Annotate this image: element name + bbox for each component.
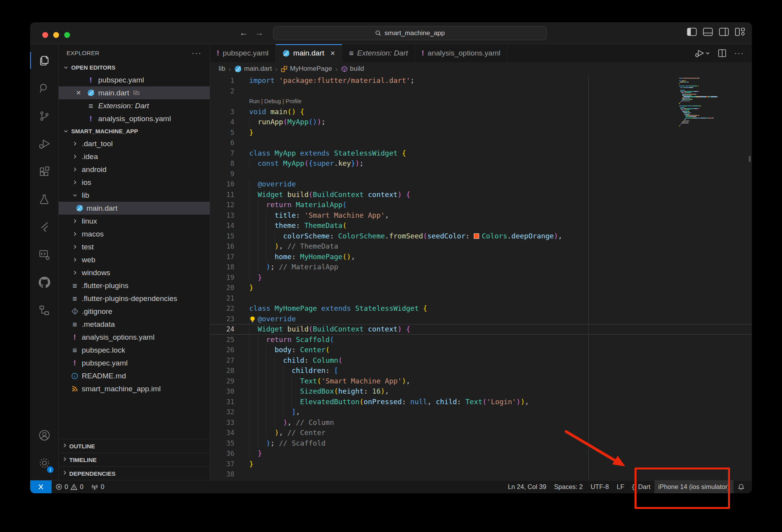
breadcrumb-item-lib[interactable]: lib [219, 65, 225, 73]
line-number[interactable]: 11 [210, 190, 234, 200]
line-number[interactable]: 35 [210, 438, 234, 449]
line-number[interactable]: 34 [210, 428, 234, 438]
tab-analysis_options.yaml[interactable]: !analysis_options.yaml [415, 44, 507, 62]
tree-file-main.dart[interactable]: main.dart [59, 202, 210, 215]
code-line-34[interactable]: 34 ), // Center [210, 428, 752, 438]
activity-item-github[interactable] [30, 269, 58, 296]
line-number[interactable]: 22 [210, 303, 234, 314]
code-line-5[interactable]: 5} [210, 127, 752, 138]
line-number[interactable]: 2 [210, 86, 234, 97]
tab-main.dart[interactable]: main.dart✕ [276, 44, 343, 62]
line-number[interactable]: 5 [210, 127, 234, 138]
code-line-37[interactable]: 37} [210, 459, 752, 469]
tab-pubspec.yaml[interactable]: !pubspec.yaml [210, 44, 276, 62]
line-number[interactable]: 7 [210, 148, 234, 159]
code-line-3[interactable]: 3void main() { [210, 107, 752, 117]
activity-item-explorer[interactable] [30, 47, 58, 74]
line-number[interactable]: 17 [210, 252, 234, 262]
code-line-13[interactable]: 13 title: 'Smart Machine App', [210, 210, 752, 221]
code-line-26[interactable]: 26 body: Center( [210, 345, 752, 355]
device-status[interactable]: iPhone 14 (ios simulator) [654, 480, 734, 493]
line-number[interactable]: 33 [210, 417, 234, 428]
line-number[interactable]: 8 [210, 158, 234, 169]
close-editor-icon[interactable]: ✕ [76, 89, 86, 97]
activity-item-run-debug[interactable] [30, 130, 58, 158]
code-line-16[interactable]: 16 ), // ThemeData [210, 241, 752, 252]
line-number[interactable]: 25 [210, 335, 234, 345]
code-line-17[interactable]: 17 home: MyHomePage(), [210, 252, 752, 262]
macos-minimize-button[interactable] [53, 32, 59, 38]
code-line-24[interactable]: 24 Widget build(BuildContext context) { [210, 324, 752, 335]
code-line-18[interactable]: 18 ); // MaterialApp [210, 262, 752, 272]
tree-file-analysis_options.yaml[interactable]: !analysis_options.yaml [59, 331, 210, 344]
open-editor-analysis_options.yaml[interactable]: !analysis_options.yaml [59, 112, 210, 125]
problems-status[interactable]: 0 0 [52, 480, 87, 493]
explorer-actions-icon[interactable]: ··· [192, 48, 202, 57]
code-line-10[interactable]: 10 @override [210, 179, 752, 190]
code-line-30[interactable]: 30 SizedBox(height: 16), [210, 386, 752, 397]
code-line-11[interactable]: 11 Widget build(BuildContext context) { [210, 190, 752, 200]
code-line-35[interactable]: 35 ); // Scaffold [210, 438, 752, 449]
activity-item-settings[interactable]: 1 [30, 449, 58, 477]
breadcrumb-item-build[interactable]: build [341, 65, 364, 73]
open-editors-header[interactable]: OPEN EDITORS [59, 61, 210, 73]
line-number[interactable]: 1 [210, 75, 234, 86]
close-tab-icon[interactable]: ✕ [330, 50, 335, 57]
line-number[interactable]: 16 [210, 241, 234, 252]
codelens-run-debug-profile[interactable]: Run | Debug | Profile [210, 96, 752, 107]
line-number[interactable]: 21 [210, 293, 234, 304]
code-line-28[interactable]: 28 children: [ [210, 365, 752, 376]
cursor-position[interactable]: Ln 24, Col 39 [504, 480, 550, 493]
tree-file-pubspec.yaml[interactable]: !pubspec.yaml [59, 356, 210, 369]
line-number[interactable]: 9 [210, 169, 234, 179]
code-line-19[interactable]: 19 } [210, 272, 752, 283]
code-editor[interactable]: 1import 'package:flutter/material.dart';… [210, 75, 752, 480]
section-outline[interactable]: OUTLINE [59, 439, 210, 453]
line-number[interactable]: 36 [210, 448, 234, 459]
line-number[interactable]: 19 [210, 272, 234, 283]
tree-folder-test[interactable]: test [59, 240, 210, 253]
code-line-4[interactable]: 4 runApp(MyApp()); [210, 117, 752, 127]
tree-folder-linux[interactable]: linux [59, 215, 210, 227]
tree-file-.flutter-plugins[interactable]: ≡.flutter-plugins [59, 279, 210, 292]
line-number[interactable]: 18 [210, 262, 234, 272]
customize-layout-icon[interactable] [735, 28, 745, 36]
tree-folder-macos[interactable]: macos [59, 227, 210, 240]
language-mode[interactable]: {} Dart [628, 480, 654, 493]
line-number[interactable]: 4 [210, 117, 234, 127]
activity-item-search[interactable] [30, 74, 58, 102]
line-number[interactable]: 13 [210, 210, 234, 221]
toggle-sidebar-icon[interactable] [687, 28, 697, 36]
code-line-23[interactable]: 23 @override [210, 314, 752, 324]
forward-arrow-icon[interactable]: → [254, 28, 265, 38]
section-timeline[interactable]: TIMELINE [59, 453, 210, 466]
editor-actions-more-icon[interactable]: ··· [734, 49, 744, 57]
toggle-secondary-sidebar-icon[interactable] [719, 28, 729, 36]
line-number[interactable]: 30 [210, 386, 234, 397]
code-line-2[interactable]: 2 [210, 86, 752, 97]
tab-Extension: Dart[interactable]: ≡Extension: Dart [342, 44, 415, 62]
code-line-36[interactable]: 36 } [210, 448, 752, 459]
code-line-31[interactable]: 31 ElevatedButton(onPressed: null, child… [210, 397, 752, 407]
code-line-25[interactable]: 25 return Scaffold( [210, 335, 752, 345]
activity-item-flutter[interactable] [30, 213, 58, 241]
code-line-1[interactable]: 1import 'package:flutter/material.dart'; [210, 75, 752, 86]
command-center-search[interactable]: smart_machine_app [273, 26, 547, 40]
back-arrow-icon[interactable]: ← [238, 28, 249, 38]
line-number[interactable]: 3 [210, 107, 234, 117]
remote-indicator[interactable] [30, 480, 52, 493]
code-line-29[interactable]: 29 Text('Smart Machine App'), [210, 376, 752, 387]
run-debug-dropdown[interactable] [695, 48, 710, 58]
code-line-7[interactable]: 7class MyApp extends StatelessWidget { [210, 148, 752, 159]
line-number[interactable]: 24 [210, 324, 234, 335]
open-editor-main.dart[interactable]: ✕main.dartlib [59, 86, 210, 99]
tree-folder-web[interactable]: web [59, 253, 210, 266]
tree-folder-android[interactable]: android [59, 163, 210, 176]
project-root-header[interactable]: SMART_MACHINE_APP [59, 125, 210, 137]
tree-folder-windows[interactable]: windows [59, 266, 210, 279]
code-line-9[interactable]: 9 [210, 169, 752, 179]
line-number[interactable]: 12 [210, 200, 234, 210]
activity-item-testing[interactable] [30, 185, 58, 213]
tree-file-README.md[interactable]: README.md [59, 369, 210, 382]
line-number[interactable]: 6 [210, 138, 234, 148]
